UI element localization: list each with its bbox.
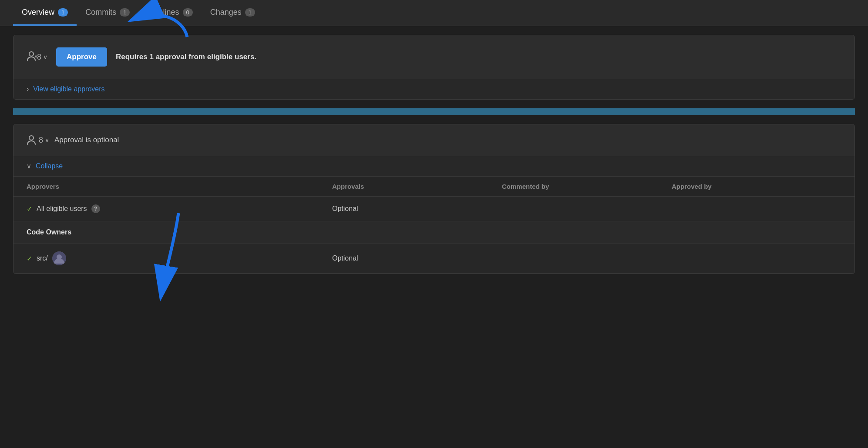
approval-main-row: ∨ 8 ∨ Approve Requires 1 approval from e… [13, 35, 855, 79]
tab-overview-label: Overview [22, 8, 54, 17]
header-approved-by: Approved by [672, 183, 841, 190]
check-icon-src: ✓ [27, 254, 32, 263]
tab-commits-badge: 1 [120, 8, 130, 17]
tab-commits-label: Commits [85, 8, 116, 17]
tab-pipelines-label: Pipelines [147, 8, 179, 17]
table-header-row: Approvers Approvals Commented by Approve… [13, 177, 855, 197]
cell-approvals-eligible: Optional [332, 205, 502, 213]
info-icon-eligible[interactable]: ? [91, 204, 100, 213]
chevron-down-collapse-icon: ∨ [27, 162, 31, 170]
view-approvers-row: › View eligible approvers [13, 79, 855, 99]
tab-changes-badge: 1 [245, 8, 255, 17]
code-owners-row: Code Owners [13, 221, 855, 244]
table-row-src: ✓ src/ Optional [13, 244, 855, 274]
tab-pipelines[interactable]: Pipelines 0 [138, 0, 201, 26]
approval-message: Requires 1 approval from eligible users. [116, 53, 256, 61]
header-approvers: Approvers [27, 183, 332, 190]
blue-divider [13, 108, 855, 115]
optional-text: Approval is optional [54, 136, 119, 144]
table-row-all-eligible: ✓ All eligible users ? Optional [13, 197, 855, 221]
chevron-down-optional-icon: ∨ [45, 137, 49, 144]
view-eligible-approvers-link[interactable]: View eligible approvers [33, 85, 104, 93]
collapse-row[interactable]: ∨ Collapse [13, 156, 855, 176]
approval-card-optional: 8 ∨ Approval is optional ∨ Collapse Appr… [13, 124, 855, 274]
tab-changes-label: Changes [210, 8, 242, 17]
code-owners-label: Code Owners [27, 228, 71, 236]
user-icon-optional: 8 ∨ [27, 134, 49, 146]
optional-approval-row: 8 ∨ Approval is optional [13, 124, 855, 156]
tab-changes[interactable]: Changes 1 [202, 0, 264, 26]
tab-commits[interactable]: Commits 1 [77, 0, 138, 26]
header-approvals: Approvals [332, 183, 502, 190]
approver-path-src: src/ [37, 254, 48, 262]
user-icon: ∨ 8 ∨ [27, 50, 47, 64]
collapse-link[interactable]: Collapse [36, 162, 63, 170]
svg-point-0 [29, 52, 34, 56]
approver-name-eligible: All eligible users [37, 205, 87, 213]
tab-pipelines-badge: 0 [183, 8, 193, 17]
cell-approvals-src: Optional [332, 254, 502, 262]
tab-overview-badge: 1 [58, 8, 68, 17]
chevron-right-icon: › [27, 85, 29, 93]
tabs-navigation: Overview 1 Commits 1 Pipelines 0 Changes… [0, 0, 868, 26]
cell-src-path: ✓ src/ [27, 251, 332, 265]
svg-point-2 [29, 136, 34, 140]
header-commented-by: Commented by [502, 183, 672, 190]
avatar-src [52, 251, 66, 265]
check-icon-eligible: ✓ [27, 205, 32, 213]
approval-card-required: ∨ 8 ∨ Approve Requires 1 approval from e… [13, 35, 855, 100]
user-count-optional: 8 [39, 136, 43, 145]
main-content: ∨ 8 ∨ Approve Requires 1 approval from e… [0, 26, 868, 283]
tab-overview[interactable]: Overview 1 [13, 0, 77, 26]
approvers-table: Approvers Approvals Commented by Approve… [13, 176, 855, 274]
chevron-down-user-icon: ∨ [43, 53, 47, 60]
cell-all-eligible-users: ✓ All eligible users ? [27, 204, 332, 213]
user-count-text: 8 [37, 53, 41, 62]
approve-button[interactable]: Approve [56, 47, 107, 67]
